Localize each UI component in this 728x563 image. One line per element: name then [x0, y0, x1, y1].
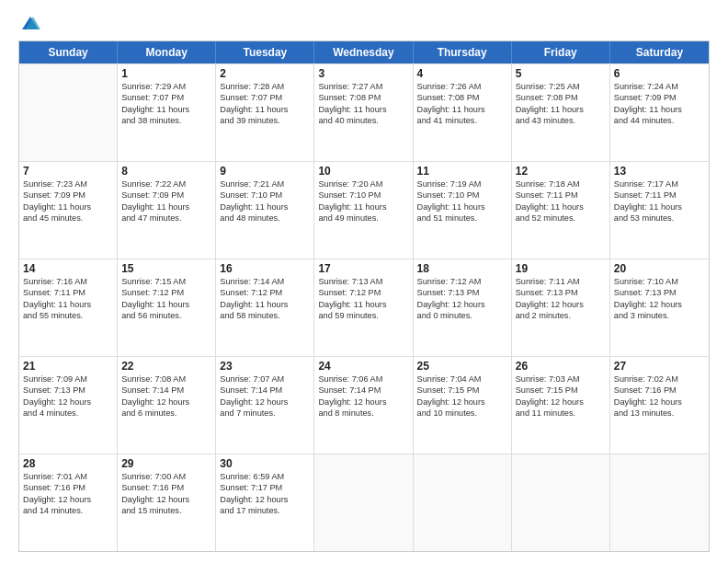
calendar-cell: 28Sunrise: 7:01 AM Sunset: 7:16 PM Dayli…: [19, 454, 118, 551]
calendar-cell: 26Sunrise: 7:03 AM Sunset: 7:15 PM Dayli…: [512, 357, 610, 454]
day-number: 20: [614, 262, 705, 275]
day-info: Sunrise: 7:03 AM Sunset: 7:15 PM Dayligh…: [516, 373, 606, 419]
day-info: Sunrise: 7:02 AM Sunset: 7:16 PM Dayligh…: [614, 373, 705, 419]
calendar-row-0: 1Sunrise: 7:29 AM Sunset: 7:07 PM Daylig…: [19, 63, 709, 161]
header-day-sunday: Sunday: [19, 41, 118, 63]
calendar-cell: 6Sunrise: 7:24 AM Sunset: 7:09 PM Daylig…: [610, 64, 709, 161]
day-info: Sunrise: 7:18 AM Sunset: 7:11 PM Dayligh…: [516, 178, 606, 224]
calendar-cell: 8Sunrise: 7:22 AM Sunset: 7:09 PM Daylig…: [118, 162, 216, 259]
header-day-wednesday: Wednesday: [314, 41, 413, 63]
day-number: 14: [23, 262, 113, 275]
calendar-row-3: 21Sunrise: 7:09 AM Sunset: 7:13 PM Dayli…: [19, 356, 709, 454]
day-number: 4: [417, 67, 507, 80]
calendar-cell: 15Sunrise: 7:15 AM Sunset: 7:12 PM Dayli…: [118, 259, 216, 356]
day-info: Sunrise: 7:14 AM Sunset: 7:12 PM Dayligh…: [220, 276, 310, 322]
day-info: Sunrise: 7:16 AM Sunset: 7:11 PM Dayligh…: [23, 276, 113, 322]
calendar-cell: [19, 64, 118, 161]
day-number: 12: [516, 165, 606, 178]
day-info: Sunrise: 7:19 AM Sunset: 7:10 PM Dayligh…: [417, 178, 507, 224]
day-info: Sunrise: 7:10 AM Sunset: 7:13 PM Dayligh…: [614, 276, 705, 322]
calendar-cell: 12Sunrise: 7:18 AM Sunset: 7:11 PM Dayli…: [512, 162, 610, 259]
calendar-cell: 25Sunrise: 7:04 AM Sunset: 7:15 PM Dayli…: [414, 357, 512, 454]
calendar-cell: 14Sunrise: 7:16 AM Sunset: 7:11 PM Dayli…: [19, 259, 118, 356]
day-info: Sunrise: 7:28 AM Sunset: 7:07 PM Dayligh…: [220, 81, 310, 127]
day-number: 28: [23, 457, 113, 470]
day-number: 22: [121, 360, 211, 373]
calendar-cell: 13Sunrise: 7:17 AM Sunset: 7:11 PM Dayli…: [610, 162, 709, 259]
day-number: 26: [516, 360, 606, 373]
day-number: 7: [23, 165, 113, 178]
day-number: 10: [318, 165, 408, 178]
day-info: Sunrise: 7:22 AM Sunset: 7:09 PM Dayligh…: [121, 178, 211, 224]
day-number: 11: [417, 165, 507, 178]
calendar-cell: 22Sunrise: 7:08 AM Sunset: 7:14 PM Dayli…: [118, 357, 216, 454]
calendar-cell: 2Sunrise: 7:28 AM Sunset: 7:07 PM Daylig…: [216, 64, 314, 161]
day-info: Sunrise: 7:07 AM Sunset: 7:14 PM Dayligh…: [220, 373, 310, 419]
calendar-cell: 29Sunrise: 7:00 AM Sunset: 7:16 PM Dayli…: [118, 454, 216, 551]
day-number: 16: [220, 262, 310, 275]
day-number: 9: [220, 165, 310, 178]
day-number: 1: [121, 67, 211, 80]
day-info: Sunrise: 7:12 AM Sunset: 7:13 PM Dayligh…: [417, 276, 507, 322]
calendar-cell: 7Sunrise: 7:23 AM Sunset: 7:09 PM Daylig…: [19, 162, 118, 259]
header-day-friday: Friday: [512, 41, 610, 63]
calendar-cell: 19Sunrise: 7:11 AM Sunset: 7:13 PM Dayli…: [512, 259, 610, 356]
calendar-cell: 23Sunrise: 7:07 AM Sunset: 7:14 PM Dayli…: [216, 357, 314, 454]
logo-icon: [20, 15, 40, 31]
header-day-thursday: Thursday: [414, 41, 512, 63]
calendar-cell: 11Sunrise: 7:19 AM Sunset: 7:10 PM Dayli…: [414, 162, 512, 259]
day-info: Sunrise: 7:00 AM Sunset: 7:16 PM Dayligh…: [121, 471, 211, 517]
calendar-row-1: 7Sunrise: 7:23 AM Sunset: 7:09 PM Daylig…: [19, 161, 709, 259]
day-info: Sunrise: 7:08 AM Sunset: 7:14 PM Dayligh…: [121, 373, 211, 419]
calendar-cell: 27Sunrise: 7:02 AM Sunset: 7:16 PM Dayli…: [610, 357, 709, 454]
calendar-cell: 9Sunrise: 7:21 AM Sunset: 7:10 PM Daylig…: [216, 162, 314, 259]
calendar-cell: 24Sunrise: 7:06 AM Sunset: 7:14 PM Dayli…: [314, 357, 413, 454]
day-number: 27: [614, 360, 705, 373]
day-number: 17: [318, 262, 408, 275]
day-info: Sunrise: 7:23 AM Sunset: 7:09 PM Dayligh…: [23, 178, 113, 224]
header-day-monday: Monday: [118, 41, 216, 63]
calendar-body: 1Sunrise: 7:29 AM Sunset: 7:07 PM Daylig…: [19, 63, 709, 551]
day-info: Sunrise: 7:17 AM Sunset: 7:11 PM Dayligh…: [614, 178, 705, 224]
day-number: 24: [318, 360, 408, 373]
calendar-cell: 5Sunrise: 7:25 AM Sunset: 7:08 PM Daylig…: [512, 64, 610, 161]
header-day-saturday: Saturday: [610, 41, 709, 63]
header: [18, 15, 710, 31]
day-info: Sunrise: 7:27 AM Sunset: 7:08 PM Dayligh…: [318, 81, 408, 127]
day-info: Sunrise: 7:26 AM Sunset: 7:08 PM Dayligh…: [417, 81, 507, 127]
calendar-cell: [314, 454, 413, 551]
day-info: Sunrise: 7:09 AM Sunset: 7:13 PM Dayligh…: [23, 373, 113, 419]
day-info: Sunrise: 7:06 AM Sunset: 7:14 PM Dayligh…: [318, 373, 408, 419]
day-info: Sunrise: 7:29 AM Sunset: 7:07 PM Dayligh…: [121, 81, 211, 127]
calendar-cell: 30Sunrise: 6:59 AM Sunset: 7:17 PM Dayli…: [216, 454, 314, 551]
calendar: SundayMondayTuesdayWednesdayThursdayFrid…: [18, 40, 710, 552]
day-number: 2: [220, 67, 310, 80]
day-info: Sunrise: 7:21 AM Sunset: 7:10 PM Dayligh…: [220, 178, 310, 224]
calendar-cell: 4Sunrise: 7:26 AM Sunset: 7:08 PM Daylig…: [414, 64, 512, 161]
day-number: 6: [614, 67, 705, 80]
day-number: 3: [318, 67, 408, 80]
day-number: 5: [516, 67, 606, 80]
calendar-cell: [414, 454, 512, 551]
day-info: Sunrise: 7:24 AM Sunset: 7:09 PM Dayligh…: [614, 81, 705, 127]
calendar-cell: 10Sunrise: 7:20 AM Sunset: 7:10 PM Dayli…: [314, 162, 413, 259]
calendar-cell: 3Sunrise: 7:27 AM Sunset: 7:08 PM Daylig…: [314, 64, 413, 161]
calendar-cell: 18Sunrise: 7:12 AM Sunset: 7:13 PM Dayli…: [414, 259, 512, 356]
day-number: 21: [23, 360, 113, 373]
page: SundayMondayTuesdayWednesdayThursdayFrid…: [0, 0, 728, 563]
day-info: Sunrise: 7:04 AM Sunset: 7:15 PM Dayligh…: [417, 373, 507, 419]
day-number: 8: [121, 165, 211, 178]
day-number: 13: [614, 165, 705, 178]
calendar-cell: [610, 454, 709, 551]
calendar-cell: [512, 454, 610, 551]
day-info: Sunrise: 7:01 AM Sunset: 7:16 PM Dayligh…: [23, 471, 113, 517]
day-info: Sunrise: 6:59 AM Sunset: 7:17 PM Dayligh…: [220, 471, 310, 517]
day-info: Sunrise: 7:20 AM Sunset: 7:10 PM Dayligh…: [318, 178, 408, 224]
calendar-row-4: 28Sunrise: 7:01 AM Sunset: 7:16 PM Dayli…: [19, 454, 709, 551]
day-number: 18: [417, 262, 507, 275]
day-number: 19: [516, 262, 606, 275]
day-number: 29: [121, 457, 211, 470]
logo: [18, 15, 40, 31]
day-info: Sunrise: 7:13 AM Sunset: 7:12 PM Dayligh…: [318, 276, 408, 322]
calendar-cell: 1Sunrise: 7:29 AM Sunset: 7:07 PM Daylig…: [118, 64, 216, 161]
